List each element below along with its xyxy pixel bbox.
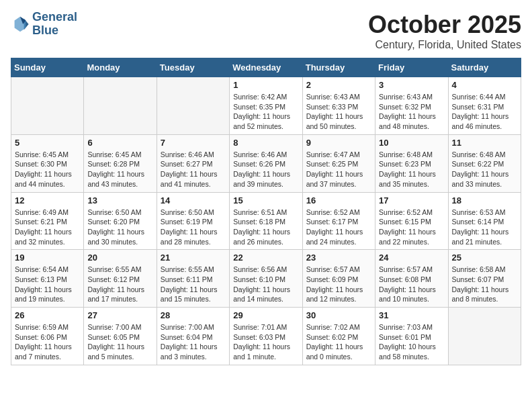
calendar-cell: 31Sunrise: 7:03 AM Sunset: 6:01 PM Dayli… <box>375 308 448 365</box>
day-number: 5 <box>15 138 80 148</box>
day-info: Sunrise: 6:52 AM Sunset: 6:15 PM Dayligh… <box>379 208 444 247</box>
day-info: Sunrise: 6:43 AM Sunset: 6:32 PM Dayligh… <box>379 92 444 132</box>
calendar-week-4: 19Sunrise: 6:54 AM Sunset: 6:13 PM Dayli… <box>11 250 521 308</box>
weekday-header-friday: Friday <box>375 58 448 77</box>
day-number: 12 <box>15 195 80 205</box>
day-number: 4 <box>452 80 517 90</box>
page-header: General Blue October 2025 Century, Flori… <box>11 11 521 51</box>
day-info: Sunrise: 6:46 AM Sunset: 6:26 PM Dayligh… <box>233 150 298 189</box>
logo-icon <box>11 15 30 34</box>
calendar-cell <box>84 77 157 135</box>
calendar-cell: 8Sunrise: 6:46 AM Sunset: 6:26 PM Daylig… <box>230 134 302 192</box>
calendar-cell: 24Sunrise: 6:57 AM Sunset: 6:08 PM Dayli… <box>375 250 448 308</box>
calendar-cell: 26Sunrise: 6:59 AM Sunset: 6:06 PM Dayli… <box>11 308 84 365</box>
calendar-week-5: 26Sunrise: 6:59 AM Sunset: 6:06 PM Dayli… <box>11 308 521 365</box>
day-info: Sunrise: 6:45 AM Sunset: 6:28 PM Dayligh… <box>87 150 152 189</box>
day-number: 26 <box>15 310 80 320</box>
calendar-cell: 20Sunrise: 6:55 AM Sunset: 6:12 PM Dayli… <box>84 250 157 308</box>
weekday-header-wednesday: Wednesday <box>230 58 302 77</box>
weekday-header-row: SundayMondayTuesdayWednesdayThursdayFrid… <box>11 58 521 77</box>
day-info: Sunrise: 6:55 AM Sunset: 6:11 PM Dayligh… <box>161 265 226 304</box>
weekday-header-sunday: Sunday <box>11 58 84 77</box>
calendar-cell: 1Sunrise: 6:42 AM Sunset: 6:35 PM Daylig… <box>230 77 302 135</box>
day-number: 16 <box>306 195 371 205</box>
calendar-cell: 15Sunrise: 6:51 AM Sunset: 6:18 PM Dayli… <box>230 192 302 250</box>
day-number: 27 <box>87 310 152 320</box>
day-info: Sunrise: 7:00 AM Sunset: 6:05 PM Dayligh… <box>87 322 152 362</box>
calendar-cell: 30Sunrise: 7:02 AM Sunset: 6:02 PM Dayli… <box>302 308 375 365</box>
calendar-week-3: 12Sunrise: 6:49 AM Sunset: 6:21 PM Dayli… <box>11 192 521 250</box>
day-info: Sunrise: 6:52 AM Sunset: 6:17 PM Dayligh… <box>306 208 371 247</box>
calendar-cell: 9Sunrise: 6:47 AM Sunset: 6:25 PM Daylig… <box>302 134 375 192</box>
day-info: Sunrise: 6:47 AM Sunset: 6:25 PM Dayligh… <box>306 150 371 189</box>
day-info: Sunrise: 6:59 AM Sunset: 6:06 PM Dayligh… <box>15 322 80 362</box>
weekday-header-monday: Monday <box>84 58 157 77</box>
calendar-week-2: 5Sunrise: 6:45 AM Sunset: 6:30 PM Daylig… <box>11 134 521 192</box>
day-info: Sunrise: 6:57 AM Sunset: 6:09 PM Dayligh… <box>306 265 371 304</box>
weekday-header-tuesday: Tuesday <box>157 58 229 77</box>
day-number: 22 <box>233 253 298 263</box>
calendar-cell: 27Sunrise: 7:00 AM Sunset: 6:05 PM Dayli… <box>84 308 157 365</box>
day-info: Sunrise: 6:45 AM Sunset: 6:30 PM Dayligh… <box>15 150 80 189</box>
day-info: Sunrise: 6:48 AM Sunset: 6:22 PM Dayligh… <box>452 150 517 189</box>
calendar-cell: 7Sunrise: 6:46 AM Sunset: 6:27 PM Daylig… <box>157 134 229 192</box>
calendar-cell: 4Sunrise: 6:44 AM Sunset: 6:31 PM Daylig… <box>448 77 521 135</box>
calendar-cell: 14Sunrise: 6:50 AM Sunset: 6:19 PM Dayli… <box>157 192 229 250</box>
day-number: 13 <box>87 195 152 205</box>
day-info: Sunrise: 6:48 AM Sunset: 6:23 PM Dayligh… <box>379 150 444 189</box>
calendar-cell: 29Sunrise: 7:01 AM Sunset: 6:03 PM Dayli… <box>230 308 302 365</box>
day-info: Sunrise: 7:00 AM Sunset: 6:04 PM Dayligh… <box>161 322 226 362</box>
calendar-cell: 18Sunrise: 6:53 AM Sunset: 6:14 PM Dayli… <box>448 192 521 250</box>
day-info: Sunrise: 6:50 AM Sunset: 6:19 PM Dayligh… <box>161 208 226 247</box>
calendar-cell: 23Sunrise: 6:57 AM Sunset: 6:09 PM Dayli… <box>302 250 375 308</box>
day-info: Sunrise: 7:02 AM Sunset: 6:02 PM Dayligh… <box>306 322 371 362</box>
calendar-cell: 22Sunrise: 6:56 AM Sunset: 6:10 PM Dayli… <box>230 250 302 308</box>
day-number: 11 <box>452 138 517 148</box>
day-number: 14 <box>161 195 226 205</box>
calendar-cell: 10Sunrise: 6:48 AM Sunset: 6:23 PM Dayli… <box>375 134 448 192</box>
calendar-cell: 28Sunrise: 7:00 AM Sunset: 6:04 PM Dayli… <box>157 308 229 365</box>
title-section: October 2025 Century, Florida, United St… <box>368 11 521 51</box>
calendar-cell: 25Sunrise: 6:58 AM Sunset: 6:07 PM Dayli… <box>448 250 521 308</box>
day-number: 19 <box>15 253 80 263</box>
day-number: 25 <box>452 253 517 263</box>
day-number: 2 <box>306 80 371 90</box>
day-number: 9 <box>306 138 371 148</box>
weekday-header-saturday: Saturday <box>448 58 521 77</box>
day-number: 10 <box>379 138 444 148</box>
day-info: Sunrise: 6:44 AM Sunset: 6:31 PM Dayligh… <box>452 92 517 132</box>
day-info: Sunrise: 6:49 AM Sunset: 6:21 PM Dayligh… <box>15 208 80 247</box>
day-number: 8 <box>233 138 298 148</box>
day-info: Sunrise: 6:58 AM Sunset: 6:07 PM Dayligh… <box>452 265 517 304</box>
day-number: 18 <box>452 195 517 205</box>
day-info: Sunrise: 6:51 AM Sunset: 6:18 PM Dayligh… <box>233 208 298 247</box>
calendar-cell: 12Sunrise: 6:49 AM Sunset: 6:21 PM Dayli… <box>11 192 84 250</box>
day-number: 20 <box>87 253 152 263</box>
logo-text: General Blue <box>32 11 77 38</box>
day-number: 31 <box>379 310 444 320</box>
day-number: 3 <box>379 80 444 90</box>
day-number: 7 <box>161 138 226 148</box>
day-number: 23 <box>306 253 371 263</box>
calendar-cell: 3Sunrise: 6:43 AM Sunset: 6:32 PM Daylig… <box>375 77 448 135</box>
day-info: Sunrise: 6:53 AM Sunset: 6:14 PM Dayligh… <box>452 208 517 247</box>
logo: General Blue <box>11 11 77 38</box>
day-number: 1 <box>233 80 298 90</box>
calendar-cell: 19Sunrise: 6:54 AM Sunset: 6:13 PM Dayli… <box>11 250 84 308</box>
calendar-cell: 6Sunrise: 6:45 AM Sunset: 6:28 PM Daylig… <box>84 134 157 192</box>
day-info: Sunrise: 6:50 AM Sunset: 6:20 PM Dayligh… <box>87 208 152 247</box>
day-number: 6 <box>87 138 152 148</box>
calendar-cell: 17Sunrise: 6:52 AM Sunset: 6:15 PM Dayli… <box>375 192 448 250</box>
day-info: Sunrise: 6:55 AM Sunset: 6:12 PM Dayligh… <box>87 265 152 304</box>
calendar-cell: 5Sunrise: 6:45 AM Sunset: 6:30 PM Daylig… <box>11 134 84 192</box>
calendar-cell: 21Sunrise: 6:55 AM Sunset: 6:11 PM Dayli… <box>157 250 229 308</box>
calendar-title: October 2025 <box>368 11 521 39</box>
day-info: Sunrise: 6:56 AM Sunset: 6:10 PM Dayligh… <box>233 265 298 304</box>
calendar-week-1: 1Sunrise: 6:42 AM Sunset: 6:35 PM Daylig… <box>11 77 521 135</box>
day-info: Sunrise: 7:01 AM Sunset: 6:03 PM Dayligh… <box>233 322 298 362</box>
calendar-cell: 13Sunrise: 6:50 AM Sunset: 6:20 PM Dayli… <box>84 192 157 250</box>
day-info: Sunrise: 6:57 AM Sunset: 6:08 PM Dayligh… <box>379 265 444 304</box>
calendar-body: 1Sunrise: 6:42 AM Sunset: 6:35 PM Daylig… <box>11 77 521 365</box>
calendar-cell <box>157 77 229 135</box>
calendar-table: SundayMondayTuesdayWednesdayThursdayFrid… <box>11 58 521 365</box>
